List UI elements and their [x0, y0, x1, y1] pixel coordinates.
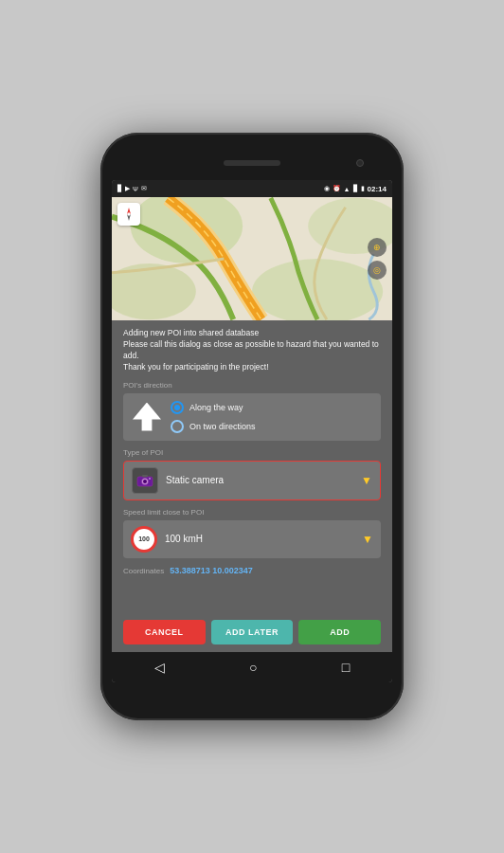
- status-right-icons: ◉ ⏰ ▲ ▊ ▮ 02:14: [324, 185, 387, 193]
- status-left-icons: ▊ ▶ Ψ ✉: [117, 185, 147, 192]
- radio-two-directions[interactable]: On two directions: [171, 420, 256, 433]
- speed-chevron-icon: ▼: [362, 533, 373, 546]
- speed-dropdown-left: 100 100 kmH: [131, 526, 203, 553]
- svg-marker-5: [127, 208, 131, 214]
- recent-nav-button[interactable]: □: [342, 660, 350, 675]
- radio-along-way-circle[interactable]: [171, 401, 184, 414]
- svg-rect-10: [142, 475, 148, 478]
- coords-label: Coordinates: [123, 567, 164, 575]
- location-icon: ◉: [324, 185, 330, 192]
- direction-box: Along the way On two directions: [123, 393, 381, 441]
- signal-bars-icon: ▊: [117, 185, 122, 192]
- dialog: Adding new POI into shared database Plea…: [112, 320, 392, 652]
- info-text: Adding new POI into shared database Plea…: [123, 328, 381, 373]
- info-line3: Thank you for participating in the proje…: [123, 362, 381, 373]
- speaker: [224, 160, 280, 166]
- speed-selected-text: 100 kmH: [165, 534, 203, 544]
- camera-icon-box: [132, 467, 158, 494]
- speed-sign-number: 100: [138, 535, 150, 542]
- coordinates-row: Coordinates 53.388713 10.002347: [123, 566, 381, 575]
- type-poi-label: Type of POI: [123, 448, 381, 457]
- status-time: 02:14: [368, 185, 387, 193]
- home-nav-button[interactable]: ○: [249, 660, 257, 675]
- wifi-icon: ▲: [344, 186, 351, 192]
- poi-type-dropdown[interactable]: Static camera ▼: [123, 461, 381, 500]
- radio-along-way[interactable]: Along the way: [171, 401, 256, 414]
- radio-two-directions-circle[interactable]: [171, 420, 184, 433]
- info-line1: Adding new POI into shared database: [123, 328, 381, 339]
- phone-bottom-bar: [112, 686, 392, 703]
- add-button[interactable]: ADD: [298, 620, 381, 644]
- radio-two-directions-label: On two directions: [189, 422, 256, 431]
- speed-dropdown[interactable]: 100 100 kmH ▼: [123, 520, 381, 558]
- status-bar: ▊ ▶ Ψ ✉ ◉ ⏰ ▲ ▊ ▮ 02:14: [112, 180, 392, 197]
- front-camera: [356, 159, 364, 167]
- map-compass: [117, 203, 140, 226]
- svg-marker-6: [127, 214, 131, 221]
- poi-type-chevron-icon: ▼: [361, 474, 372, 487]
- poi-type-dropdown-left: Static camera: [132, 467, 224, 494]
- cancel-button[interactable]: CANCEL: [123, 620, 206, 644]
- svg-point-11: [149, 478, 151, 480]
- alarm-icon: ⏰: [333, 185, 341, 192]
- screen: ▊ ▶ Ψ ✉ ◉ ⏰ ▲ ▊ ▮ 02:14: [112, 180, 392, 682]
- radio-along-way-label: Along the way: [189, 403, 243, 412]
- notification-icon: ✉: [141, 185, 147, 192]
- direction-arrow-icon: [133, 403, 161, 431]
- phone-device: ▊ ▶ Ψ ✉ ◉ ⏰ ▲ ▊ ▮ 02:14: [100, 133, 404, 720]
- back-nav-button[interactable]: ◁: [154, 660, 165, 675]
- play-icon: ▶: [125, 185, 130, 192]
- svg-point-9: [143, 480, 147, 483]
- action-buttons: CANCEL ADD LATER ADD: [123, 620, 381, 644]
- poi-direction-label: POI's direction: [123, 381, 381, 390]
- speed-sign-icon: 100: [131, 526, 157, 553]
- camera-svg-icon: [136, 474, 153, 487]
- battery-icon: ▮: [361, 185, 365, 192]
- poi-type-selected-text: Static camera: [166, 475, 224, 485]
- add-later-button[interactable]: ADD LATER: [211, 620, 294, 644]
- compass-svg: [121, 207, 136, 222]
- signal-strength-icon: ▊: [353, 185, 358, 192]
- speed-limit-label: Speed limit close to POI: [123, 508, 381, 517]
- phone-top-bar: [112, 150, 392, 176]
- direction-radio-group: Along the way On two directions: [171, 401, 256, 433]
- coords-value: 53.388713 10.002347: [170, 566, 253, 575]
- map-area: ⊕ ◎: [112, 197, 392, 320]
- usb-icon: Ψ: [133, 186, 138, 192]
- map-svg: [112, 197, 392, 320]
- nav-bar: ◁ ○ □: [112, 652, 392, 682]
- info-line2: Please call this dialog as close as poss…: [123, 339, 381, 362]
